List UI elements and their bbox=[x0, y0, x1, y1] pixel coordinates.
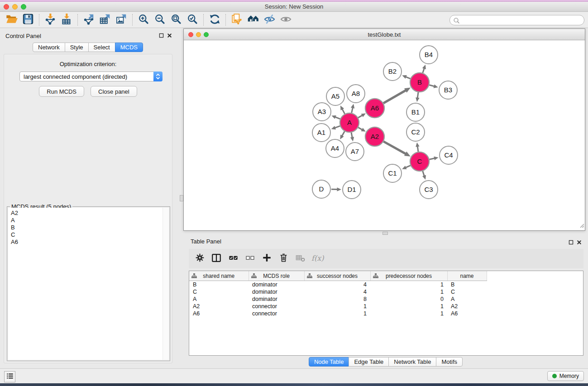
export-network-button[interactable] bbox=[81, 13, 97, 27]
result-item[interactable]: A2 bbox=[11, 210, 169, 217]
column-header-MCDS-role[interactable]: MCDS role bbox=[249, 271, 304, 281]
tab-mcds[interactable]: MCDS bbox=[115, 43, 143, 52]
float-table-panel-icon[interactable] bbox=[568, 239, 574, 247]
cell[interactable]: A2 bbox=[447, 303, 487, 310]
cell[interactable]: dominator bbox=[249, 281, 304, 289]
cell[interactable]: 0 bbox=[370, 295, 447, 303]
cell[interactable]: A bbox=[189, 295, 249, 303]
table-row[interactable]: Cdominator41C bbox=[189, 288, 583, 295]
resize-grip-icon[interactable] bbox=[579, 222, 584, 230]
run-mcds-button[interactable]: Run MCDS bbox=[39, 86, 84, 97]
table-tab-edge-table[interactable]: Edge Table bbox=[349, 357, 389, 367]
split-columns-button[interactable] bbox=[210, 253, 223, 265]
refresh-button[interactable] bbox=[206, 13, 223, 27]
column-header-predecessor-nodes[interactable]: predecessor nodes bbox=[370, 271, 447, 281]
splitter-handle-left[interactable] bbox=[180, 195, 183, 201]
table-row[interactable]: A2connector11A2 bbox=[189, 303, 583, 310]
cell[interactable]: B bbox=[189, 281, 249, 289]
tab-network[interactable]: Network bbox=[33, 43, 65, 52]
select-stepper-icon[interactable] bbox=[153, 71, 163, 81]
cell[interactable]: A6 bbox=[447, 310, 487, 317]
delete-table-button[interactable] bbox=[294, 253, 306, 265]
cell[interactable]: A bbox=[447, 295, 487, 303]
column-header-shared-name[interactable]: shared name bbox=[189, 271, 249, 281]
select-all-columns-button[interactable] bbox=[227, 253, 239, 265]
cell[interactable]: connector bbox=[249, 303, 304, 310]
node-table[interactable]: shared nameMCDS rolesuccessor nodesprede… bbox=[189, 271, 583, 356]
result-item[interactable]: C bbox=[11, 231, 169, 238]
graph-edge-A6-B[interactable] bbox=[383, 90, 406, 103]
table-row[interactable]: Bdominator41B bbox=[189, 281, 583, 289]
cell[interactable]: 1 bbox=[370, 281, 447, 289]
graph-edge-B-B1[interactable] bbox=[417, 92, 418, 99]
cell[interactable]: connector bbox=[249, 310, 304, 317]
zoom-out-icon bbox=[154, 13, 166, 27]
window-titlebar[interactable]: Session: New Session bbox=[0, 2, 588, 12]
cell[interactable]: 8 bbox=[304, 295, 370, 303]
cell[interactable]: 1 bbox=[370, 288, 447, 295]
zoom-in-button[interactable] bbox=[135, 13, 152, 27]
deselect-all-columns-button[interactable] bbox=[244, 253, 256, 265]
search-input[interactable] bbox=[461, 16, 581, 24]
network-from-selection-button[interactable] bbox=[229, 13, 245, 27]
result-item[interactable]: A bbox=[11, 217, 169, 224]
show-network-button[interactable] bbox=[277, 13, 294, 27]
optimization-criterion-select[interactable]: largest connected component (directed) bbox=[19, 71, 163, 81]
close-table-panel-icon[interactable] bbox=[576, 239, 582, 247]
column-header-successor-nodes[interactable]: successor nodes bbox=[304, 271, 370, 281]
add-column-button[interactable] bbox=[260, 253, 273, 265]
cell[interactable]: A2 bbox=[189, 303, 249, 310]
network-graph[interactable]: AA1A2A3A4A5A6A7A8BB1B2B3B4CC1C2C3C4DD1 bbox=[184, 40, 585, 230]
home-button[interactable] bbox=[245, 13, 261, 27]
task-history-button[interactable] bbox=[4, 371, 15, 382]
cell[interactable]: C bbox=[189, 288, 249, 295]
table-tab-node-table[interactable]: Node Table bbox=[309, 357, 349, 367]
export-image-button[interactable] bbox=[113, 13, 129, 27]
memory-button[interactable]: Memory bbox=[547, 371, 584, 381]
import-network-button[interactable] bbox=[42, 13, 58, 27]
table-tab-motifs[interactable]: Motifs bbox=[436, 357, 463, 367]
cell[interactable]: 1 bbox=[304, 310, 370, 317]
network-canvas[interactable]: AA1A2A3A4A5A6A7A8BB1B2B3B4CC1C2C3C4DD1 bbox=[184, 40, 585, 230]
table-tab-network-table[interactable]: Network Table bbox=[388, 357, 436, 367]
import-table-button[interactable] bbox=[58, 13, 75, 27]
control-panel-tabs: NetworkStyleSelectMCDS bbox=[33, 43, 143, 52]
splitter-handle-bottom[interactable] bbox=[382, 232, 388, 235]
result-item[interactable]: B bbox=[11, 224, 169, 231]
cell[interactable]: B bbox=[447, 281, 487, 289]
mcds-result-list[interactable]: A2ABCA6 bbox=[8, 208, 169, 360]
tab-style[interactable]: Style bbox=[65, 43, 89, 52]
result-item[interactable]: A6 bbox=[11, 238, 169, 246]
function-builder-button[interactable]: f(x) bbox=[311, 253, 323, 265]
zoom-selected-button[interactable] bbox=[184, 13, 201, 27]
float-panel-icon[interactable] bbox=[158, 32, 164, 40]
table-row[interactable]: A6connector11A6 bbox=[189, 310, 583, 317]
zoom-fit-button[interactable] bbox=[168, 13, 184, 27]
delete-column-button[interactable] bbox=[277, 253, 290, 265]
cell[interactable]: 1 bbox=[370, 310, 447, 317]
cell[interactable]: dominator bbox=[249, 295, 304, 303]
open-folder-button[interactable] bbox=[4, 13, 20, 27]
cell[interactable]: 1 bbox=[304, 303, 370, 310]
zoom-out-button[interactable] bbox=[152, 13, 168, 27]
network-window-titlebar[interactable]: testGlobe.txt bbox=[184, 29, 585, 40]
gear-button[interactable] bbox=[193, 253, 206, 265]
tab-select[interactable]: Select bbox=[88, 43, 115, 52]
export-table-button[interactable] bbox=[97, 13, 113, 27]
result-scrollbar[interactable] bbox=[163, 208, 169, 360]
hide-network-button[interactable] bbox=[261, 13, 277, 27]
search-box[interactable] bbox=[449, 15, 584, 25]
cell[interactable]: dominator bbox=[249, 288, 304, 295]
column-header-name[interactable]: name bbox=[447, 271, 487, 281]
save-session-button[interactable] bbox=[20, 13, 36, 27]
cell[interactable]: 1 bbox=[370, 303, 447, 310]
close-panel-icon[interactable] bbox=[167, 32, 172, 40]
hide-network-icon bbox=[263, 13, 276, 27]
cell[interactable]: 4 bbox=[304, 288, 370, 295]
close-panel-button[interactable]: Close panel bbox=[91, 86, 137, 97]
graph-edge-A2-C[interactable] bbox=[383, 142, 406, 154]
cell[interactable]: 4 bbox=[304, 281, 370, 289]
table-row[interactable]: Adominator80A bbox=[189, 295, 583, 303]
cell[interactable]: C bbox=[447, 288, 487, 295]
cell[interactable]: A6 bbox=[189, 310, 249, 317]
